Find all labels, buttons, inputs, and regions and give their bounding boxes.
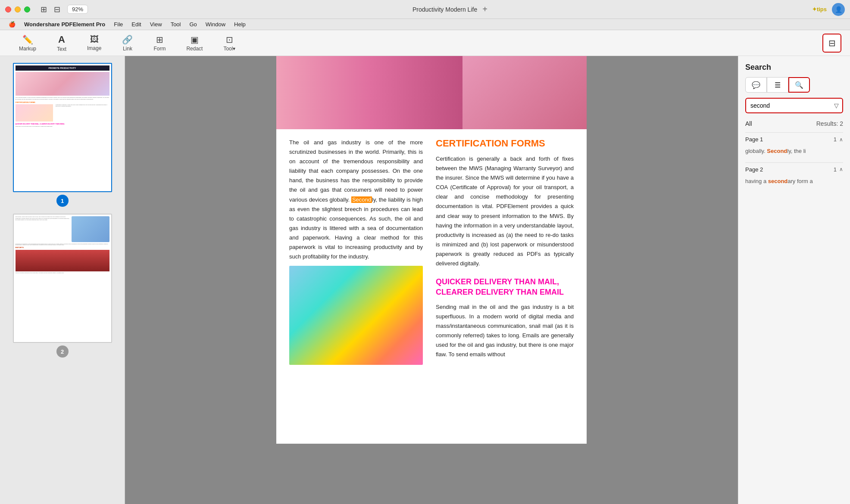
link-icon: 🔗 [122,34,133,45]
menu-file[interactable]: File [110,20,126,28]
menu-view[interactable]: View [147,20,166,28]
thumbnail-1[interactable]: PROMOTE PRODUCTIVITY The oil and gas ind… [13,63,112,207]
page-2-result[interactable]: having a secondary form a [745,175,843,187]
search-page-2-section: Page 2 1 ∧ having a secondary form a [745,166,843,187]
page-1-count: 1 [834,136,837,143]
search-icon: 🔍 [795,81,803,89]
search-tabs: 💬 ☰ 🔍 [745,77,843,93]
search-input-row: ▽ [745,98,843,113]
tab-bar: Productivity Modern Life + [95,4,805,14]
avatar[interactable]: 👤 [832,3,845,16]
page-2-header[interactable]: Page 2 1 ∧ [745,166,843,173]
close-button[interactable] [5,6,11,12]
right-column: CERTIFICATION FORMS Certification is gen… [431,138,574,368]
menu-tool[interactable]: Tool [167,20,184,28]
markup-label: Markup [19,46,36,52]
page-2-count: 1 [834,166,837,173]
search-page-1-section: Page 1 1 ∧ globally. Secondly, the li [745,136,843,157]
page-1-header[interactable]: Page 1 1 ∧ [745,136,843,143]
traffic-lights [5,6,30,12]
menu-window[interactable]: Window [202,20,229,28]
chevron-up-icon-2: ∧ [839,166,843,172]
thumbnail-panel: PROMOTE PRODUCTIVITY The oil and gas ind… [0,56,125,504]
toolbar-tool[interactable]: ⊡ Tool▾ [213,33,246,53]
image-label: Image [87,45,101,51]
all-label: All [745,120,752,127]
panel-toggle-icon: ⊟ [828,38,836,48]
page-top-image [276,56,587,129]
search-tab-comment[interactable]: 💬 [745,77,767,93]
toolbar-text[interactable]: A Text [47,32,77,54]
form-icon: ⊞ [156,34,163,45]
chevron-up-icon-1: ∧ [839,137,843,143]
left-body-text: The oil and gas industry is one of the m… [289,138,423,261]
page-body: The oil and gas industry is one of the m… [276,129,587,376]
results-count: Results: 2 [816,120,843,127]
page-2-highlight: second [768,178,788,184]
cert-body: Certification is generally a back and fo… [436,154,574,268]
toolbar-image[interactable]: 🖼 Image [77,33,112,53]
page-1-result[interactable]: globally. Secondly, the li [745,145,843,157]
tool-label: Tool▾ [223,46,235,52]
search-tab-list[interactable]: ☰ [767,77,788,93]
zoom-selector[interactable]: 92% [67,5,88,14]
cert-title: CERTIFICATION FORMS [436,138,574,149]
menu-go[interactable]: Go [186,20,200,28]
left-column: The oil and gas industry is one of the m… [289,138,431,368]
thumb-frame-1: PROMOTE PRODUCTIVITY The oil and gas ind… [13,63,112,192]
toolbar-markup[interactable]: ✏️ Markup [9,33,47,53]
title-bar-right: ✦tips 👤 [812,3,845,16]
search-results-header: All Results: 2 [745,120,843,127]
maximize-button[interactable] [24,6,30,12]
filter-icon: ▽ [834,102,839,109]
page-number-2: 2 [56,345,69,358]
divider-2 [745,162,843,163]
toolbar-link[interactable]: 🔗 Link [112,33,143,53]
tips-logo: ✦tips [812,6,827,12]
main-layout: PROMOTE PRODUCTIVITY The oil and gas ind… [0,56,850,504]
link-label: Link [123,46,132,52]
delivery-body: Sending mail in the oil and the gas indu… [436,302,574,360]
text-label: Text [57,46,66,52]
form-label: Form [153,46,166,52]
page-number-1: 1 [56,195,69,207]
panel-toggle-button[interactable]: ⊟ [822,34,841,53]
toolbar-redact[interactable]: ▣ Redact [176,33,213,53]
comment-icon: 💬 [752,81,760,89]
apple-menu[interactable]: 🍎 [5,20,19,28]
thumbnail-2[interactable]: attachments, means that the person has t… [13,214,112,358]
search-input[interactable] [745,98,830,113]
image-icon: 🖼 [90,34,99,44]
text-icon: A [58,34,65,45]
grid-view-icon[interactable]: ⊞ [41,5,47,14]
minimize-button[interactable] [15,6,21,12]
redact-label: Redact [186,46,203,52]
menu-help[interactable]: Help [231,20,249,28]
menu-edit[interactable]: Edit [128,20,144,28]
search-panel: Search 💬 ☰ 🔍 ▽ All Results: 2 [738,56,850,504]
page-photo [289,266,423,365]
filter-button[interactable]: ▽ [830,98,843,113]
search-tab-search[interactable]: 🔍 [788,77,810,93]
add-tab-button[interactable]: + [482,4,487,14]
document-page: The oil and gas industry is one of the m… [276,56,587,444]
menu-bar: 🍎 Wondershare PDFElement Pro File Edit V… [0,19,850,30]
search-panel-title: Search [745,63,843,72]
page-1-label: Page 1 [745,136,763,143]
toolbar-form[interactable]: ⊞ Form [143,33,176,53]
highlighted-word: Second [351,196,372,203]
redact-icon: ▣ [191,34,199,45]
document-area: The oil and gas industry is one of the m… [125,56,738,504]
divider [745,132,843,133]
panel-view-icon[interactable]: ⊟ [54,5,60,14]
panel-toggle-area: ⊟ [822,34,841,53]
toolbar: ✏️ Markup A Text 🖼 Image 🔗 Link ⊞ Form ▣… [0,30,850,56]
delivery-title: QUICKER DELIVERY THAN MAIL, CLEARER DELI… [436,277,574,297]
thumb-frame-2: attachments, means that the person has t… [13,214,112,343]
markup-icon: ✏️ [22,34,33,45]
app-name: Wondershare PDFElement Pro [21,20,109,28]
list-icon: ☰ [775,81,781,89]
page-1-highlight: Second [767,148,787,154]
document-tab[interactable]: Productivity Modern Life [412,6,477,13]
title-bar: ⊞ ⊟ 92% Productivity Modern Life + ✦tips… [0,0,850,19]
